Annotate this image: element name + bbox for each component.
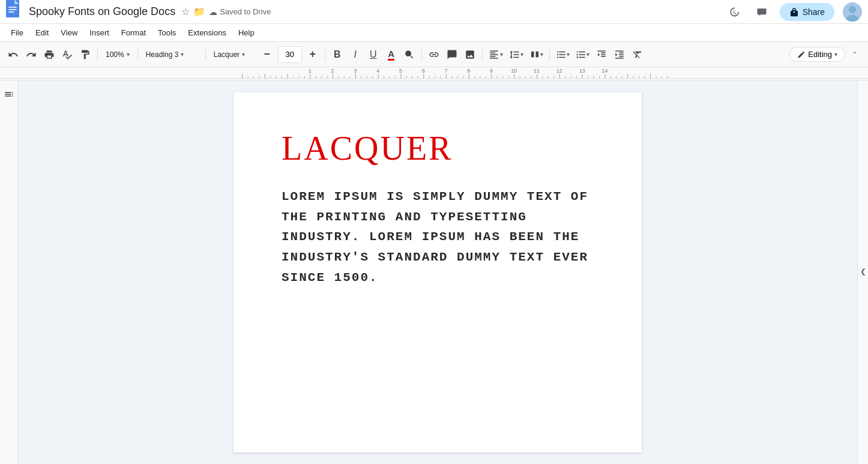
doc-title[interactable]: Spooky Fonts on Google Docs bbox=[29, 5, 175, 18]
menu-view[interactable]: View bbox=[55, 26, 83, 40]
divider-4 bbox=[325, 49, 325, 61]
user-avatar[interactable] bbox=[843, 2, 862, 22]
comments-button[interactable] bbox=[752, 2, 771, 22]
menu-insert[interactable]: Insert bbox=[83, 26, 115, 40]
clear-format-button[interactable] bbox=[629, 46, 646, 64]
toolbar: 100% ▾ Heading 3 ▾ Lacquer ▾ − + B I U A bbox=[0, 42, 868, 67]
print-button[interactable] bbox=[41, 46, 58, 64]
style-arrow: ▾ bbox=[181, 51, 184, 58]
bold-button[interactable]: B bbox=[329, 46, 346, 64]
saved-label: Saved to Drive bbox=[220, 7, 271, 16]
style-select[interactable]: Heading 3 ▾ bbox=[142, 46, 202, 64]
font-size-input[interactable] bbox=[278, 46, 302, 63]
history-button[interactable] bbox=[725, 2, 744, 22]
divider-5 bbox=[421, 49, 422, 61]
right-sidebar[interactable]: ❯ bbox=[857, 80, 868, 464]
menu-bar: File Edit View Insert Format Tools Exten… bbox=[0, 24, 868, 42]
divider-2 bbox=[137, 49, 138, 61]
title-bar: Spooky Fonts on Google Docs ☆ 📁 ☁ Saved … bbox=[0, 0, 868, 24]
divider-3 bbox=[205, 49, 206, 61]
divider-1 bbox=[97, 49, 98, 61]
document-body[interactable]: Lorem ipsum is simply dummy text of the … bbox=[282, 187, 594, 288]
editing-mode-button[interactable]: Editing ▾ bbox=[789, 47, 845, 62]
divider-6 bbox=[482, 49, 483, 61]
document-heading: LACQUER bbox=[282, 128, 594, 169]
line-spacing-button[interactable]: ▾ bbox=[507, 46, 526, 64]
folder-icon[interactable]: 📁 bbox=[193, 6, 205, 17]
menu-file[interactable]: File bbox=[5, 26, 29, 40]
editing-arrow: ▾ bbox=[834, 51, 837, 58]
italic-button[interactable]: I bbox=[347, 46, 364, 64]
expand-button[interactable]: ⌃ bbox=[846, 46, 863, 64]
font-select[interactable]: Lacquer ▾ bbox=[209, 46, 258, 64]
menu-extensions[interactable]: Extensions bbox=[182, 26, 232, 40]
link-button[interactable] bbox=[426, 46, 442, 64]
header-right: Share bbox=[725, 2, 862, 22]
star-icon[interactable]: ☆ bbox=[181, 6, 190, 17]
lock-icon bbox=[789, 7, 799, 17]
menu-tools[interactable]: Tools bbox=[152, 26, 182, 40]
paint-format-button[interactable] bbox=[77, 46, 94, 64]
divider-7 bbox=[549, 49, 550, 61]
main-area: LACQUER Lorem ipsum is simply dummy text… bbox=[0, 80, 868, 464]
zoom-arrow: ▾ bbox=[127, 51, 130, 58]
align-button[interactable]: ▾ bbox=[486, 46, 505, 64]
numbering-button[interactable]: ▾ bbox=[573, 46, 592, 64]
gdocs-icon bbox=[6, 0, 24, 25]
menu-format[interactable]: Format bbox=[115, 26, 152, 40]
redo-button[interactable] bbox=[23, 46, 40, 64]
document-area[interactable]: LACQUER Lorem ipsum is simply dummy text… bbox=[18, 80, 857, 464]
underline-button[interactable]: U bbox=[365, 46, 382, 64]
font-size-decrease[interactable]: − bbox=[259, 46, 276, 64]
zoom-select[interactable]: 100% ▾ bbox=[101, 46, 134, 64]
spellcheck-button[interactable] bbox=[59, 46, 76, 64]
text-color-button[interactable]: A bbox=[383, 46, 400, 64]
cloud-icon: ☁ bbox=[209, 7, 217, 17]
bullets-button[interactable]: ▾ bbox=[553, 46, 572, 64]
share-label: Share bbox=[803, 7, 825, 17]
menu-help[interactable]: Help bbox=[232, 26, 261, 40]
left-sidebar bbox=[0, 80, 18, 464]
svg-rect-4 bbox=[8, 11, 14, 13]
columns-button[interactable]: ▾ bbox=[527, 46, 546, 64]
undo-button[interactable] bbox=[5, 46, 22, 64]
outline-icon[interactable] bbox=[4, 89, 14, 102]
svg-rect-2 bbox=[8, 7, 17, 8]
page: LACQUER Lorem ipsum is simply dummy text… bbox=[234, 92, 642, 453]
share-button[interactable]: Share bbox=[780, 3, 834, 21]
ruler bbox=[0, 67, 868, 80]
svg-rect-3 bbox=[8, 9, 17, 10]
font-arrow: ▾ bbox=[242, 51, 245, 58]
comment-button[interactable] bbox=[444, 46, 460, 64]
outdent-button[interactable] bbox=[593, 46, 610, 64]
collapse-icon[interactable]: ❯ bbox=[860, 268, 866, 277]
image-button[interactable] bbox=[462, 46, 478, 64]
indent-button[interactable] bbox=[611, 46, 628, 64]
font-size-increase[interactable]: + bbox=[304, 46, 321, 64]
menu-edit[interactable]: Edit bbox=[29, 26, 55, 40]
pencil-icon bbox=[797, 50, 806, 59]
svg-point-6 bbox=[849, 6, 856, 13]
highlight-button[interactable] bbox=[401, 46, 418, 64]
editing-label: Editing bbox=[808, 50, 832, 59]
